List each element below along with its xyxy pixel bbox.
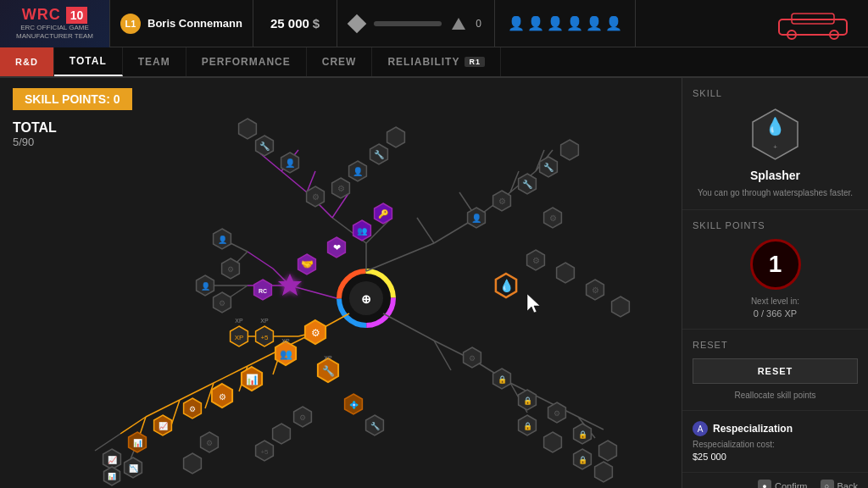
gold-bottom-2[interactable] <box>184 453 202 474</box>
confirm-button[interactable]: ● Confirm <box>758 480 808 488</box>
gray-node-rm1[interactable]: ⚙ <box>527 250 545 270</box>
gray-node-4[interactable]: 🔧 <box>370 144 388 164</box>
gold-node-7[interactable]: 📈 <box>154 415 172 435</box>
gray-node-r1[interactable]: 👤 <box>468 208 486 228</box>
gold-side-1[interactable]: 💠 <box>345 394 363 414</box>
svg-text:🔧: 🔧 <box>543 162 554 173</box>
reliability-badge: R1 <box>465 57 485 67</box>
svg-marker-141 <box>273 424 291 444</box>
gold-node-4[interactable]: 📊 <box>242 367 262 391</box>
gold-bottom-1[interactable]: ⚙ <box>201 432 219 452</box>
right-lower-2[interactable]: 🔒 <box>493 369 511 389</box>
svg-marker-159 <box>599 441 617 461</box>
svg-text:+5: +5 <box>260 334 269 341</box>
total-title: TOTAL <box>13 120 57 136</box>
svg-text:📊: 📊 <box>108 472 116 480</box>
right-lower-5[interactable]: 🔒 <box>574 424 592 444</box>
gray-node-1[interactable]: ⚙ <box>307 186 325 207</box>
total-value: 5/90 <box>13 136 57 148</box>
purple-node-4[interactable]: 🔑 <box>375 203 392 224</box>
gold-node-8[interactable]: 📊 <box>129 432 147 452</box>
gray-node-r4[interactable]: 🔧 <box>540 157 558 177</box>
gold-side-3[interactable]: ⚙ <box>294 407 312 427</box>
gold-node-1[interactable]: ⚙ <box>305 320 326 344</box>
crew-icons-area: 👤 👤 👤 👤 👤 👤 <box>495 0 636 47</box>
tab-performance[interactable]: PERFORMANCE <box>186 47 307 76</box>
tab-total[interactable]: TOTAL <box>54 47 123 76</box>
gray-node-r5[interactable] <box>561 140 579 160</box>
gray-node-ul2[interactable]: 🔧 <box>256 136 274 156</box>
tab-rd[interactable]: R&D <box>0 47 54 76</box>
bottom-left-1[interactable]: 📊 <box>104 467 120 485</box>
skill-section-title: Skill <box>693 88 858 98</box>
right-lower-7[interactable]: 🔒 <box>519 415 537 435</box>
right-panel: Skill 💧 + Splasher You can go through wa… <box>682 78 868 488</box>
car-icon-area <box>758 7 868 41</box>
right-lower-10[interactable] <box>595 462 613 482</box>
svg-text:👤: 👤 <box>471 213 482 224</box>
respec-icon: A <box>693 421 708 436</box>
driver-name: Boris Connemann <box>147 17 242 30</box>
xp-node-2[interactable]: XP XP <box>231 318 248 347</box>
gold-side-4[interactable] <box>273 424 291 444</box>
right-lower-1[interactable]: ⚙ <box>464 347 481 368</box>
purple-node-3[interactable]: 👥 <box>353 220 371 241</box>
xp-node-1[interactable]: XP +5 <box>256 318 274 347</box>
xp-progress-bar <box>374 21 442 26</box>
gray-node-2[interactable]: ⚙ <box>332 178 350 198</box>
svg-text:⚙: ⚙ <box>554 409 560 418</box>
right-lower-3[interactable]: 🔒 <box>519 390 537 410</box>
gray-node-rm4[interactable] <box>612 297 630 317</box>
gray-node-rm2[interactable] <box>557 263 575 283</box>
gray-node-r6[interactable]: ⚙ <box>544 208 562 228</box>
right-lower-6[interactable] <box>599 441 617 461</box>
wrc-number: 10 <box>66 7 88 24</box>
right-lower-9[interactable]: 🔒 <box>574 449 592 469</box>
svg-line-41 <box>95 434 120 451</box>
gray-node-r3[interactable]: 🔧 <box>519 174 537 194</box>
next-level-label: Next level in: <box>693 297 858 306</box>
gray-node-5[interactable] <box>387 127 405 147</box>
gray-node-r2[interactable]: ⚙ <box>493 191 511 211</box>
gray-node-ul3[interactable] <box>239 119 257 139</box>
svg-text:💧: 💧 <box>765 116 786 136</box>
gold-side-2[interactable]: 🔧 <box>366 415 384 435</box>
respec-label: Respecialization <box>713 423 793 435</box>
tab-team[interactable]: TEAM <box>123 47 186 76</box>
gold-node-6[interactable]: ⚙ <box>184 398 202 419</box>
svg-text:⊕: ⊕ <box>361 292 371 306</box>
center-icons: 0 <box>337 0 495 47</box>
right-lower-4[interactable]: ⚙ <box>548 402 566 423</box>
rc-node[interactable]: RC <box>254 280 272 300</box>
money-amount: 25 000 <box>270 16 309 30</box>
reset-button[interactable]: Reset <box>693 358 858 384</box>
gold-node-10[interactable]: 📉 <box>125 458 142 478</box>
svg-text:⚙: ⚙ <box>227 265 234 274</box>
svg-text:⚙: ⚙ <box>469 354 476 363</box>
total-label: TOTAL 5/90 <box>13 120 57 148</box>
left-node-2[interactable]: ⚙ <box>214 292 231 313</box>
svg-text:👤: 👤 <box>285 158 296 169</box>
right-lower-8[interactable] <box>544 432 562 452</box>
left-node-1[interactable]: 👤 <box>197 275 214 296</box>
gold-node-3[interactable]: 🔧 <box>318 358 338 382</box>
gold-side-5[interactable]: +5 <box>256 441 274 461</box>
gold-node-5[interactable]: ⚙ <box>212 384 232 408</box>
left-node-3[interactable]: 👤 <box>214 229 231 249</box>
svg-text:🔧: 🔧 <box>322 364 335 377</box>
gray-node-3[interactable]: 👤 <box>349 161 367 181</box>
splasher-node[interactable]: 💧 <box>496 274 516 297</box>
crew-icon-2: 👤 <box>527 15 544 31</box>
tab-reliability[interactable]: RELIABILITY R1 <box>372 47 501 76</box>
gray-node-ul1[interactable]: 👤 <box>281 152 299 173</box>
gold-node-2[interactable]: 👥 <box>275 341 296 365</box>
back-button[interactable]: ○ Back <box>821 480 858 488</box>
left-node-4[interactable]: ⚙ <box>222 258 240 279</box>
svg-marker-103 <box>557 263 575 283</box>
purple-node-2[interactable]: ❤ <box>328 237 346 258</box>
svg-text:💧: 💧 <box>499 279 515 293</box>
skill-points-title: Skill points <box>693 220 858 230</box>
tab-crew[interactable]: CREW <box>307 47 373 76</box>
purple-node-1[interactable]: 🤝 <box>298 254 316 274</box>
gray-node-rm3[interactable]: ⚙ <box>587 280 604 300</box>
